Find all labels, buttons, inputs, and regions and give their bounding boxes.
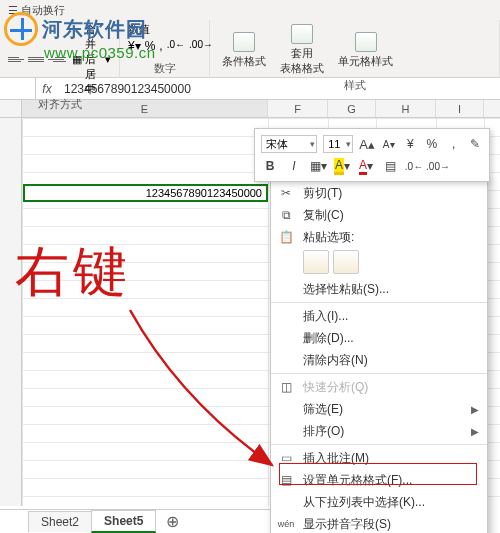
merge-icon: ▦ xyxy=(72,53,82,66)
menu-filter[interactable]: 筛选(E)▶ xyxy=(271,398,487,420)
comma-icon[interactable]: , xyxy=(159,39,162,53)
increase-font-icon[interactable]: A▴ xyxy=(359,135,375,153)
phonetic-icon: wén xyxy=(277,516,295,532)
border-icon[interactable]: ▦▾ xyxy=(309,157,327,175)
ribbon-autowrap[interactable]: ☰ 自动换行 xyxy=(8,3,65,18)
cell-value: 1234567890123450000 xyxy=(146,186,262,200)
selected-cell[interactable]: 1234567890123450000 xyxy=(23,184,268,202)
menu-sort[interactable]: 排序(O)▶ xyxy=(271,420,487,442)
new-sheet-button[interactable]: ⊕ xyxy=(161,511,183,533)
number-format-dropdown[interactable]: 数值 xyxy=(128,22,150,37)
group-number-label: 数字 xyxy=(128,61,201,76)
font-size-combo[interactable]: 11 xyxy=(323,135,353,153)
conditional-format-button[interactable]: 条件格式 xyxy=(218,30,270,71)
bold-icon[interactable]: B xyxy=(261,157,279,175)
copy-icon: ⧉ xyxy=(277,207,295,223)
paste-option-2[interactable] xyxy=(333,250,359,274)
decimal-dec-icon[interactable]: .00→ xyxy=(429,157,447,175)
quick-analysis-icon: ◫ xyxy=(277,379,295,395)
menu-insert[interactable]: 插入(I)... xyxy=(271,305,487,327)
menu-show-phonetic[interactable]: wén 显示拼音字段(S) xyxy=(271,513,487,533)
menu-cut[interactable]: ✂ 剪切(T) xyxy=(271,182,487,204)
menu-quick-analysis: ◫ 快速分析(Q) xyxy=(271,376,487,398)
font-color-icon[interactable]: A▾ xyxy=(357,157,375,175)
font-family-combo[interactable]: 宋体 xyxy=(261,135,317,153)
format-painter-icon[interactable]: ✎ xyxy=(467,135,483,153)
merge-icon[interactable]: ▤ xyxy=(381,157,399,175)
merge-center-button[interactable]: ▦ 合并后居中 ▾ xyxy=(72,22,111,97)
fill-color-icon[interactable]: A▾ xyxy=(333,157,351,175)
menu-copy[interactable]: ⧉ 复制(C) xyxy=(271,204,487,226)
group-alignment-label: 对齐方式 xyxy=(8,97,111,112)
paste-option-1[interactable] xyxy=(303,250,329,274)
format-cells-icon: ▤ xyxy=(277,472,295,488)
cell-style-button[interactable]: 单元格样式 xyxy=(334,30,397,71)
percent-icon[interactable]: % xyxy=(424,135,440,153)
col-header-H[interactable]: H xyxy=(376,100,436,117)
italic-icon[interactable]: I xyxy=(285,157,303,175)
percent-icon[interactable]: % xyxy=(145,39,156,53)
alignment-buttons[interactable] xyxy=(8,53,66,67)
menu-insert-comment[interactable]: ▭ 插入批注(M) xyxy=(271,447,487,469)
scissors-icon: ✂ xyxy=(277,185,295,201)
group-style-label: 样式 xyxy=(218,78,491,93)
context-menu: ✂ 剪切(T) ⧉ 复制(C) 📋 粘贴选项: 选择性粘贴(S)... 插入(I… xyxy=(270,178,488,533)
comment-icon: ▭ xyxy=(277,450,295,466)
menu-paste-special[interactable]: 选择性粘贴(S)... xyxy=(271,278,487,300)
menu-format-cells[interactable]: ▤ 设置单元格格式(F)... xyxy=(271,469,487,491)
decimal-inc-icon[interactable]: .0← xyxy=(405,157,423,175)
mini-toolbar: 宋体 11 A▴ A▾ ¥ % , ✎ B I ▦▾ A▾ A▾ ▤ .0← .… xyxy=(254,128,490,182)
col-header-G[interactable]: G xyxy=(328,100,376,117)
decrease-font-icon[interactable]: A▾ xyxy=(381,135,397,153)
table-format-button[interactable]: 套用 表格格式 xyxy=(276,22,328,78)
col-header-F[interactable]: F xyxy=(268,100,328,117)
sheet-tab-bar: Sheet2 Sheet5 ⊕ xyxy=(0,509,270,533)
currency-icon[interactable]: ¥ xyxy=(403,135,419,153)
clipboard-icon: 📋 xyxy=(277,229,295,245)
menu-paste-header: 📋 粘贴选项: xyxy=(271,226,487,248)
increase-decimal-icon[interactable]: .0← xyxy=(167,39,185,53)
ribbon: ☰ 自动换行 ▦ 合并后居中 ▾ 对齐方式 数值 xyxy=(0,0,500,78)
menu-clear[interactable]: 清除内容(N) xyxy=(271,349,487,371)
menu-pick-from-dropdown[interactable]: 从下拉列表中选择(K)... xyxy=(271,491,487,513)
col-header-I[interactable]: I xyxy=(436,100,484,117)
wrap-text-icon: ☰ xyxy=(8,4,18,17)
currency-icon[interactable]: ¥▾ xyxy=(128,39,141,53)
tab-sheet2[interactable]: Sheet2 xyxy=(28,511,92,532)
tab-sheet5[interactable]: Sheet5 xyxy=(91,510,156,533)
comma-style-icon[interactable]: , xyxy=(446,135,462,153)
menu-delete[interactable]: 删除(D)... xyxy=(271,327,487,349)
